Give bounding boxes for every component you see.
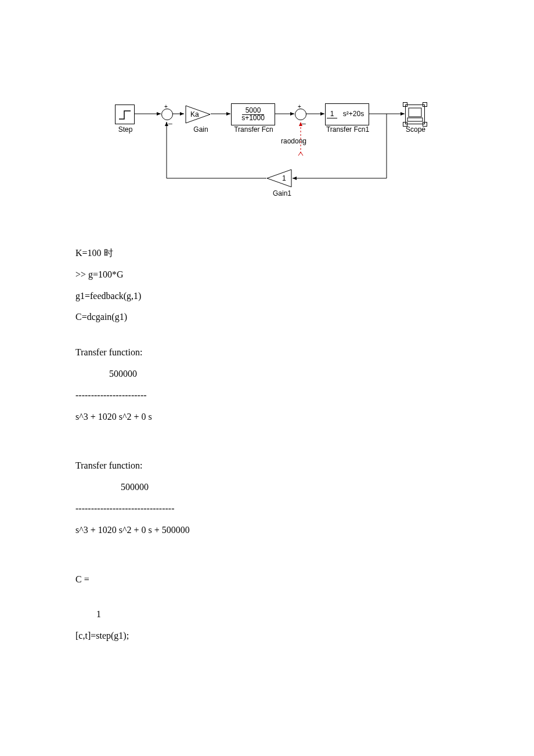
text-line: s^3 + 1020 s^2 + 0 s + 500000 bbox=[75, 524, 459, 537]
text-line: -------------------------------- bbox=[75, 503, 459, 515]
text-line: C = bbox=[75, 574, 459, 586]
simulink-diagram: Step + _ Ka Gain 5000 s+1000 Transfer Fc… bbox=[115, 99, 440, 215]
text-line: s^3 + 1020 s^2 + 0 s bbox=[75, 411, 459, 423]
document-body: K=100 时 >> g=100*G g1=feedback(g,1) C=dc… bbox=[75, 247, 459, 642]
text-line: 500000 bbox=[75, 368, 459, 380]
text-line: Transfer function: bbox=[75, 347, 459, 359]
signal-lines bbox=[115, 99, 440, 215]
text-line: C=dcgain(g1) bbox=[75, 311, 459, 323]
text-line: >> g=100*G bbox=[75, 269, 459, 281]
text-line: 1 bbox=[75, 609, 459, 621]
text-line: ----------------------- bbox=[75, 390, 459, 402]
text-line: 500000 bbox=[75, 481, 459, 494]
text-line: Transfer function: bbox=[75, 460, 459, 472]
text-line: K=100 时 bbox=[75, 247, 459, 260]
text-line: [c,t]=step(g1); bbox=[75, 630, 459, 642]
text-line: g1=feedback(g,1) bbox=[75, 290, 459, 303]
